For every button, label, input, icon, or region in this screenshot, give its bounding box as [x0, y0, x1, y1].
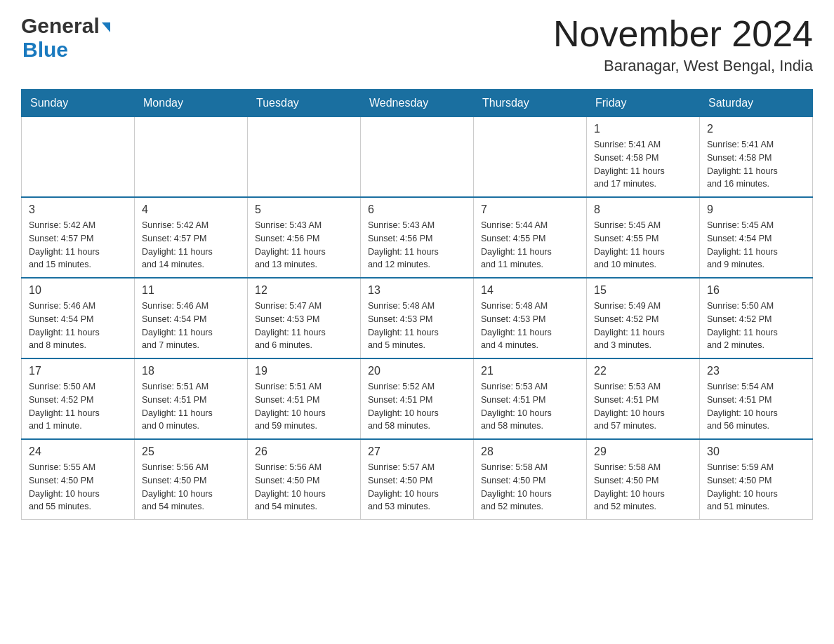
- calendar-week-row: 17Sunrise: 5:50 AM Sunset: 4:52 PM Dayli…: [22, 358, 813, 439]
- day-info: Sunrise: 5:58 AM Sunset: 4:50 PM Dayligh…: [481, 461, 579, 514]
- column-header-wednesday: Wednesday: [361, 90, 474, 117]
- calendar-cell: 12Sunrise: 5:47 AM Sunset: 4:53 PM Dayli…: [248, 278, 361, 358]
- day-number: 30: [707, 445, 805, 458]
- day-info: Sunrise: 5:45 AM Sunset: 4:55 PM Dayligh…: [594, 219, 692, 271]
- calendar-cell: 30Sunrise: 5:59 AM Sunset: 4:50 PM Dayli…: [700, 439, 813, 520]
- calendar-cell: 3Sunrise: 5:42 AM Sunset: 4:57 PM Daylig…: [22, 197, 135, 278]
- calendar-cell: 7Sunrise: 5:44 AM Sunset: 4:55 PM Daylig…: [474, 197, 587, 278]
- calendar-cell: 8Sunrise: 5:45 AM Sunset: 4:55 PM Daylig…: [587, 197, 700, 278]
- day-info: Sunrise: 5:50 AM Sunset: 4:52 PM Dayligh…: [29, 380, 127, 433]
- day-info: Sunrise: 5:41 AM Sunset: 4:58 PM Dayligh…: [707, 138, 805, 191]
- calendar-cell: 19Sunrise: 5:51 AM Sunset: 4:51 PM Dayli…: [248, 358, 361, 439]
- column-header-tuesday: Tuesday: [248, 90, 361, 117]
- column-header-saturday: Saturday: [700, 90, 813, 117]
- day-info: Sunrise: 5:48 AM Sunset: 4:53 PM Dayligh…: [368, 300, 466, 352]
- day-number: 14: [481, 284, 579, 297]
- calendar-cell: [135, 117, 248, 198]
- calendar-cell: [248, 117, 361, 198]
- calendar-cell: 27Sunrise: 5:57 AM Sunset: 4:50 PM Dayli…: [361, 439, 474, 520]
- day-info: Sunrise: 5:58 AM Sunset: 4:50 PM Dayligh…: [594, 461, 692, 514]
- logo: General Blue: [21, 14, 110, 62]
- day-number: 21: [481, 365, 579, 377]
- day-info: Sunrise: 5:57 AM Sunset: 4:50 PM Dayligh…: [368, 461, 466, 514]
- day-info: Sunrise: 5:45 AM Sunset: 4:54 PM Dayligh…: [707, 219, 805, 271]
- day-info: Sunrise: 5:59 AM Sunset: 4:50 PM Dayligh…: [707, 461, 805, 514]
- calendar-cell: 20Sunrise: 5:52 AM Sunset: 4:51 PM Dayli…: [361, 358, 474, 439]
- calendar-cell: 17Sunrise: 5:50 AM Sunset: 4:52 PM Dayli…: [22, 358, 135, 439]
- calendar-subtitle: Baranagar, West Bengal, India: [553, 57, 813, 75]
- day-info: Sunrise: 5:51 AM Sunset: 4:51 PM Dayligh…: [142, 380, 240, 433]
- day-info: Sunrise: 5:42 AM Sunset: 4:57 PM Dayligh…: [29, 219, 127, 271]
- day-number: 25: [142, 445, 240, 458]
- calendar-title: November 2024: [553, 14, 813, 54]
- day-info: Sunrise: 5:52 AM Sunset: 4:51 PM Dayligh…: [368, 380, 466, 433]
- day-number: 12: [255, 284, 353, 297]
- column-header-sunday: Sunday: [22, 90, 135, 117]
- page-header: General Blue November 2024 Baranagar, We…: [21, 14, 813, 75]
- day-number: 16: [707, 284, 805, 297]
- day-number: 15: [594, 284, 692, 297]
- day-info: Sunrise: 5:49 AM Sunset: 4:52 PM Dayligh…: [594, 300, 692, 352]
- calendar-cell: 18Sunrise: 5:51 AM Sunset: 4:51 PM Dayli…: [135, 358, 248, 439]
- day-number: 4: [142, 203, 240, 216]
- calendar-cell: 13Sunrise: 5:48 AM Sunset: 4:53 PM Dayli…: [361, 278, 474, 358]
- day-number: 9: [707, 203, 805, 216]
- day-number: 19: [255, 365, 353, 377]
- day-info: Sunrise: 5:56 AM Sunset: 4:50 PM Dayligh…: [255, 461, 353, 514]
- calendar-cell: 23Sunrise: 5:54 AM Sunset: 4:51 PM Dayli…: [700, 358, 813, 439]
- calendar-cell: 1Sunrise: 5:41 AM Sunset: 4:58 PM Daylig…: [587, 117, 700, 198]
- day-info: Sunrise: 5:42 AM Sunset: 4:57 PM Dayligh…: [142, 219, 240, 271]
- day-number: 17: [29, 365, 127, 377]
- calendar-week-row: 24Sunrise: 5:55 AM Sunset: 4:50 PM Dayli…: [22, 439, 813, 520]
- logo-general: General: [21, 14, 100, 38]
- calendar-cell: 24Sunrise: 5:55 AM Sunset: 4:50 PM Dayli…: [22, 439, 135, 520]
- day-info: Sunrise: 5:50 AM Sunset: 4:52 PM Dayligh…: [707, 300, 805, 352]
- day-number: 1: [594, 123, 692, 135]
- calendar-week-row: 10Sunrise: 5:46 AM Sunset: 4:54 PM Dayli…: [22, 278, 813, 358]
- day-info: Sunrise: 5:47 AM Sunset: 4:53 PM Dayligh…: [255, 300, 353, 352]
- logo-triangle-icon: [102, 22, 110, 32]
- calendar-cell: [361, 117, 474, 198]
- day-number: 20: [368, 365, 466, 377]
- day-number: 27: [368, 445, 466, 458]
- calendar-cell: 4Sunrise: 5:42 AM Sunset: 4:57 PM Daylig…: [135, 197, 248, 278]
- day-number: 26: [255, 445, 353, 458]
- day-number: 18: [142, 365, 240, 377]
- day-info: Sunrise: 5:46 AM Sunset: 4:54 PM Dayligh…: [29, 300, 127, 352]
- day-number: 13: [368, 284, 466, 297]
- day-number: 10: [29, 284, 127, 297]
- calendar-cell: [22, 117, 135, 198]
- calendar-header: November 2024 Baranagar, West Bengal, In…: [553, 14, 813, 75]
- calendar-cell: 5Sunrise: 5:43 AM Sunset: 4:56 PM Daylig…: [248, 197, 361, 278]
- calendar-cell: 2Sunrise: 5:41 AM Sunset: 4:58 PM Daylig…: [700, 117, 813, 198]
- calendar-cell: 6Sunrise: 5:43 AM Sunset: 4:56 PM Daylig…: [361, 197, 474, 278]
- day-info: Sunrise: 5:43 AM Sunset: 4:56 PM Dayligh…: [255, 219, 353, 271]
- day-number: 3: [29, 203, 127, 216]
- day-number: 22: [594, 365, 692, 377]
- calendar-cell: 21Sunrise: 5:53 AM Sunset: 4:51 PM Dayli…: [474, 358, 587, 439]
- calendar-cell: 26Sunrise: 5:56 AM Sunset: 4:50 PM Dayli…: [248, 439, 361, 520]
- day-number: 2: [707, 123, 805, 135]
- day-info: Sunrise: 5:43 AM Sunset: 4:56 PM Dayligh…: [368, 219, 466, 271]
- day-number: 5: [255, 203, 353, 216]
- day-info: Sunrise: 5:56 AM Sunset: 4:50 PM Dayligh…: [142, 461, 240, 514]
- calendar-cell: 11Sunrise: 5:46 AM Sunset: 4:54 PM Dayli…: [135, 278, 248, 358]
- day-info: Sunrise: 5:46 AM Sunset: 4:54 PM Dayligh…: [142, 300, 240, 352]
- day-number: 29: [594, 445, 692, 458]
- calendar-cell: 9Sunrise: 5:45 AM Sunset: 4:54 PM Daylig…: [700, 197, 813, 278]
- calendar-week-row: 1Sunrise: 5:41 AM Sunset: 4:58 PM Daylig…: [22, 117, 813, 198]
- day-info: Sunrise: 5:41 AM Sunset: 4:58 PM Dayligh…: [594, 138, 692, 191]
- column-header-thursday: Thursday: [474, 90, 587, 117]
- day-info: Sunrise: 5:44 AM Sunset: 4:55 PM Dayligh…: [481, 219, 579, 271]
- calendar-cell: [474, 117, 587, 198]
- day-number: 8: [594, 203, 692, 216]
- calendar-cell: 10Sunrise: 5:46 AM Sunset: 4:54 PM Dayli…: [22, 278, 135, 358]
- calendar-cell: 14Sunrise: 5:48 AM Sunset: 4:53 PM Dayli…: [474, 278, 587, 358]
- day-info: Sunrise: 5:48 AM Sunset: 4:53 PM Dayligh…: [481, 300, 579, 352]
- day-number: 28: [481, 445, 579, 458]
- calendar-table: SundayMondayTuesdayWednesdayThursdayFrid…: [21, 89, 813, 520]
- day-info: Sunrise: 5:53 AM Sunset: 4:51 PM Dayligh…: [481, 380, 579, 433]
- calendar-cell: 29Sunrise: 5:58 AM Sunset: 4:50 PM Dayli…: [587, 439, 700, 520]
- day-info: Sunrise: 5:53 AM Sunset: 4:51 PM Dayligh…: [594, 380, 692, 433]
- day-info: Sunrise: 5:54 AM Sunset: 4:51 PM Dayligh…: [707, 380, 805, 433]
